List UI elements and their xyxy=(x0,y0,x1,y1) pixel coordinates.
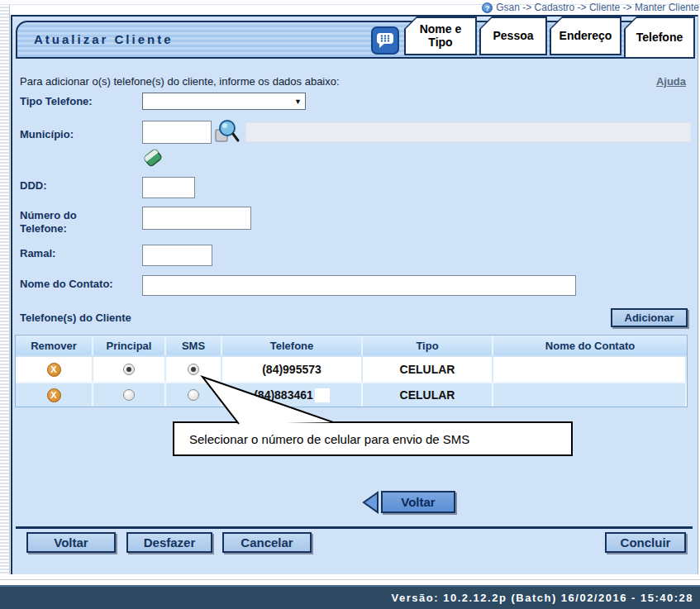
tab-pessoa[interactable]: Pessoa xyxy=(479,17,547,55)
adicionar-button[interactable]: Adicionar xyxy=(611,308,688,327)
tab-label: Pessoa xyxy=(493,30,533,42)
col-header-principal: Principal xyxy=(93,335,166,355)
tab-label: Nome e Tipo xyxy=(419,23,462,49)
ddd-input[interactable] xyxy=(142,177,195,198)
redaction-patch xyxy=(315,388,330,402)
phones-section-title: Telefone(s) do Cliente xyxy=(20,312,131,324)
tipo-value: CELULAR xyxy=(400,363,455,376)
main-panel: Atualizar Cliente Nome e Tipo Pessoa End… xyxy=(11,15,698,574)
principal-radio[interactable] xyxy=(123,389,135,401)
ramal-label: Ramal: xyxy=(20,245,142,260)
actions-divider xyxy=(16,526,693,529)
remove-icon[interactable]: X xyxy=(47,388,61,402)
bottom-gap-line xyxy=(0,579,700,580)
help-icon[interactable]: ? xyxy=(482,2,493,13)
chat-bubble-icon[interactable] xyxy=(371,26,399,55)
breadcrumb[interactable]: ? Gsan -> Cadastro -> Cliente -> Manter … xyxy=(482,2,699,13)
tab-bar: Nome e Tipo Pessoa Endereço Telefone xyxy=(404,17,695,59)
ramal-input[interactable] xyxy=(142,245,212,266)
ddd-label: DDD: xyxy=(20,177,142,193)
tab-label: Endereço xyxy=(560,30,612,42)
tipo-telefone-label: Tipo Telefone: xyxy=(20,93,142,108)
back-arrow-icon[interactable] xyxy=(361,491,379,514)
callout-text: Selecionar o número de celular para envi… xyxy=(189,432,469,446)
phones-table: Remover Principal SMS Telefone Tipo Nome… xyxy=(15,335,688,407)
search-icon[interactable] xyxy=(214,119,240,145)
tipo-value: CELULAR xyxy=(400,388,455,402)
tab-telefone[interactable]: Telefone xyxy=(624,17,695,59)
numero-telefone-input[interactable] xyxy=(142,207,251,230)
intro-text: Para adicionar o(s) telefone(s) do clien… xyxy=(20,75,340,88)
col-header-sms: SMS xyxy=(166,335,222,355)
table-header-row: Remover Principal SMS Telefone Tipo Nome… xyxy=(16,335,687,355)
telefone-value: (84)995573 xyxy=(262,363,321,376)
bottom-gap xyxy=(0,574,700,585)
version-text: Versão: 10.2.12.2p (Batch) 16/02/2016 - … xyxy=(392,592,700,604)
tab-label: Telefone xyxy=(636,31,683,44)
page-edge-stripes xyxy=(0,5,10,574)
numero-telefone-label: Número do Telefone: xyxy=(20,209,102,235)
sms-radio[interactable] xyxy=(188,364,199,375)
nome-contato-input[interactable] xyxy=(142,275,576,296)
ajuda-link[interactable]: Ajuda xyxy=(656,75,686,88)
callout-annotation: Selecionar o número de celular para envi… xyxy=(173,421,573,456)
table-row: X (84)995573 CELULAR xyxy=(16,355,687,382)
col-header-tipo: Tipo xyxy=(363,335,493,355)
footer-bar: Versão: 10.2.12.2p (Batch) 16/02/2016 - … xyxy=(0,585,700,609)
nome-contato-label: Nome do Contato: xyxy=(20,275,142,291)
sms-radio[interactable] xyxy=(188,389,199,401)
eraser-icon[interactable] xyxy=(142,147,164,169)
tab-endereco[interactable]: Endereço xyxy=(550,17,621,55)
municipio-nome-field xyxy=(245,122,691,142)
concluir-button[interactable]: Concluir xyxy=(605,532,686,553)
cancelar-button[interactable]: Cancelar xyxy=(222,532,312,553)
principal-radio[interactable] xyxy=(123,364,135,375)
municipio-input[interactable] xyxy=(142,121,212,144)
tab-nome-e-tipo[interactable]: Nome e Tipo xyxy=(404,17,477,55)
voltar-mid-button[interactable]: Voltar xyxy=(381,491,455,513)
tipo-telefone-select[interactable]: ▼ xyxy=(142,93,306,110)
col-header-remover: Remover xyxy=(16,335,93,355)
page-title: Atualizar Cliente xyxy=(34,32,174,46)
table-row: X (84)883461 CELULAR xyxy=(16,382,687,407)
municipio-label: Município: xyxy=(20,121,142,141)
desfazer-button[interactable]: Desfazer xyxy=(126,532,212,553)
col-header-nome-contato: Nome do Contato xyxy=(493,335,687,355)
telefone-value: (84)883461 xyxy=(254,388,313,402)
breadcrumb-text: Gsan -> Cadastro -> Cliente -> Manter Cl… xyxy=(496,2,699,13)
voltar-button[interactable]: Voltar xyxy=(26,532,116,553)
top-strip: ? Gsan -> Cadastro -> Cliente -> Manter … xyxy=(0,0,700,15)
actions-row: Voltar Desfazer Cancelar Concluir xyxy=(16,532,693,553)
col-header-telefone: Telefone xyxy=(222,335,363,355)
remove-icon[interactable]: X xyxy=(47,363,61,377)
